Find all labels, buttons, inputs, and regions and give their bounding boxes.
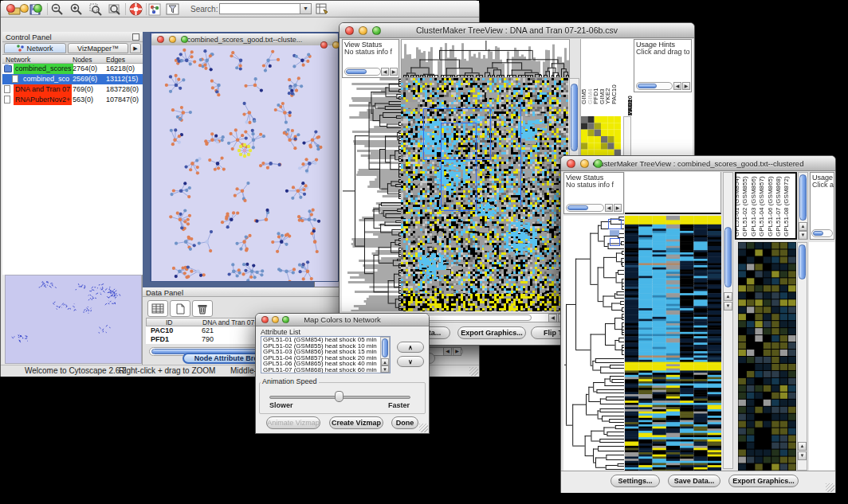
close-icon[interactable] <box>345 26 354 35</box>
scroll-down-icon[interactable] <box>724 302 732 311</box>
minimize-icon[interactable] <box>169 36 176 43</box>
search-input[interactable]: ▼ <box>219 3 312 14</box>
tv1-heatmap[interactable] <box>401 78 568 311</box>
scroll-down-icon[interactable] <box>381 365 389 373</box>
network-row[interactable]: RNAPuberNov2+ 563(0) 107847(0) <box>2 95 143 105</box>
tv2-hints-scrollbar[interactable] <box>811 229 833 237</box>
scroll-up-icon[interactable] <box>724 292 732 301</box>
tv2-status-scrollbar[interactable] <box>566 204 604 212</box>
zoom-in-icon[interactable] <box>69 2 84 16</box>
zoom-window-icon[interactable] <box>282 316 289 323</box>
action-button[interactable]: Settings... <box>610 475 660 487</box>
action-button[interactable]: Save Data... <box>668 475 720 487</box>
treeview2-titlebar[interactable]: ClusterMaker TreeView : combined_scores_… <box>561 156 835 171</box>
zoom-out-icon[interactable] <box>50 2 65 16</box>
zoom-selected-icon[interactable] <box>88 2 103 16</box>
status-welcome: Welcome to Cytoscape 2.6.2 <box>25 366 127 375</box>
network-row[interactable]: combined_scores 2764(0) 16218(0) <box>2 64 143 74</box>
scroll-down-icon[interactable] <box>798 451 807 460</box>
tv1-column-dendrogram[interactable] <box>401 39 570 78</box>
network-row[interactable]: combined_sco 2569(6) 13112(15) <box>2 74 143 84</box>
tab-network[interactable]: Network <box>4 43 66 53</box>
float-panel-icon[interactable] <box>132 33 139 41</box>
attribute-list-scrollbar[interactable] <box>380 337 390 373</box>
zoom-window-icon[interactable] <box>181 36 188 43</box>
network-overview-thumbnail[interactable] <box>5 275 142 364</box>
close-icon[interactable] <box>261 316 269 323</box>
tv1-column-labels: GIM5GIM4PFD1GIM3YKE2PAC10 <box>581 39 624 106</box>
tv2-column-labels: GPL51-01 (GSM854)GPL51-02 (GSM855)GPL51-… <box>735 172 797 240</box>
action-button[interactable]: Export Graphics... <box>728 475 799 487</box>
search-dropdown-icon[interactable]: ▼ <box>300 4 311 14</box>
scroll-up-icon[interactable] <box>799 222 807 231</box>
tv2-labels-vscrollbar[interactable] <box>798 172 808 240</box>
table-icon <box>151 303 164 314</box>
tv2-heatmap-vscrollbar[interactable] <box>723 172 733 469</box>
scroll-right-icon[interactable] <box>682 82 690 90</box>
treeview1-titlebar[interactable]: ClusterMaker TreeView : DNA and Tran 07-… <box>340 23 694 38</box>
network-window-a-titlebar[interactable]: combined_scores_good.txt--cluste... <box>151 33 338 46</box>
network-view-canvas[interactable] <box>151 45 338 281</box>
treeview1-title: ClusterMaker TreeView : DNA and Tran 07-… <box>340 25 694 35</box>
scroll-left-icon[interactable] <box>605 204 613 212</box>
minimize-icon[interactable] <box>580 159 589 168</box>
filter-icon[interactable] <box>165 2 179 16</box>
scroll-left-icon[interactable] <box>673 82 681 90</box>
scroll-right-icon[interactable] <box>390 68 398 76</box>
scroll-right-icon[interactable] <box>614 204 622 212</box>
close-icon[interactable] <box>567 159 575 168</box>
scroll-up-icon[interactable] <box>381 358 389 365</box>
minimize-icon[interactable] <box>359 26 367 35</box>
network-row[interactable]: DNA and Tran 07 769(0) 183728(0) <box>2 84 143 95</box>
resize-grip[interactable] <box>826 483 834 492</box>
zoom-fit-icon[interactable] <box>108 2 122 16</box>
dialog-titlebar[interactable]: Map Colors to Network <box>256 314 429 326</box>
tv2-heatmap[interactable] <box>625 216 721 471</box>
tv1-status-scrollbar[interactable] <box>344 68 381 76</box>
scroll-down-icon[interactable] <box>799 231 807 240</box>
network-table-header: Network Nodes Edges <box>2 54 143 64</box>
network-window-a[interactable]: combined_scores_good.txt--cluste... <box>150 32 340 282</box>
tab-scroll-right-icon[interactable]: ▶ <box>130 43 141 53</box>
resize-grip[interactable] <box>419 424 428 432</box>
tv2-view-status: View Status No status info f <box>563 172 624 214</box>
minimize-icon[interactable] <box>20 4 29 13</box>
new-attribute-button[interactable] <box>170 300 190 317</box>
close-icon[interactable] <box>6 4 15 13</box>
tv1-zoom-matrix[interactable] <box>581 116 621 156</box>
resize-grip[interactable] <box>469 367 478 376</box>
move-up-button[interactable]: ∧ <box>397 342 424 353</box>
tab-vizmapper[interactable]: VizMapper™ <box>68 43 128 53</box>
tv2-zoom-heatmap[interactable] <box>738 242 796 471</box>
zoom-window-icon[interactable] <box>372 26 381 35</box>
animation-speed-label: Animation Speed <box>261 377 319 385</box>
zoom-window-icon[interactable] <box>33 4 42 13</box>
scroll-right-icon[interactable] <box>453 347 461 356</box>
dialog-button[interactable]: Create Vizmap <box>329 416 383 429</box>
slider-thumb[interactable] <box>335 391 344 402</box>
attribute-item[interactable]: GPL51-07 (GSM868) heat shock 60 min <box>261 367 390 373</box>
dialog-button[interactable]: Done <box>391 416 418 429</box>
attribute-list-label: Attribute List <box>261 328 300 336</box>
attribute-table-icon[interactable] <box>315 2 329 16</box>
scroll-left-icon[interactable] <box>548 314 557 322</box>
vizmap-nodes-icon[interactable] <box>147 2 162 16</box>
dialog-button-row: Animate VizmapCreate VizmapDone <box>256 416 429 429</box>
move-down-button[interactable]: ∨ <box>397 356 424 367</box>
minimize-icon[interactable] <box>272 316 279 323</box>
tv1-row-dendrogram[interactable] <box>342 78 401 311</box>
tv2-zoom-vscrollbar[interactable] <box>797 242 807 471</box>
close-icon[interactable] <box>320 41 328 49</box>
delete-attribute-button[interactable] <box>192 300 213 317</box>
select-attributes-button[interactable] <box>147 300 168 317</box>
tv2-row-dendrogram[interactable] <box>563 216 624 471</box>
dialog-button[interactable]: Animate Vizmap <box>266 416 320 429</box>
tv1-hints-scrollbar[interactable] <box>636 82 673 90</box>
scroll-left-icon[interactable] <box>381 68 389 76</box>
zoom-window-icon[interactable] <box>594 159 603 168</box>
scroll-left-icon[interactable] <box>443 347 452 356</box>
scroll-up-icon[interactable] <box>798 442 807 451</box>
close-icon[interactable] <box>157 36 164 43</box>
action-button[interactable]: Export Graphics... <box>457 326 526 339</box>
help-lifebuoy-icon[interactable] <box>128 2 143 16</box>
